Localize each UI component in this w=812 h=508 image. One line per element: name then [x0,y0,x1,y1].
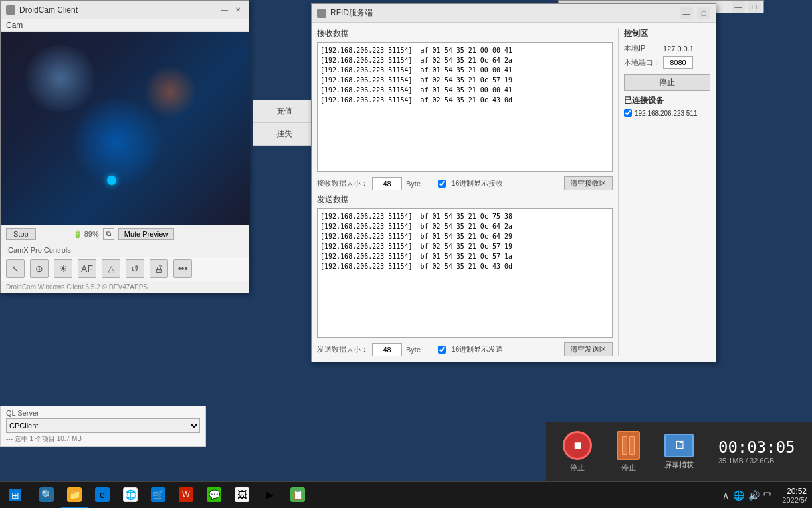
cam-icon-triangle[interactable]: △ [102,259,120,278]
receive-hex-checkbox[interactable] [438,180,446,188]
send-section: 发送数据 [192.168.206.223 51154] bf 01 54 35… [317,194,613,356]
droidcam-close-btn[interactable]: ✕ [233,5,243,15]
send-data-textarea[interactable]: [192.168.206.223 51154] bf 01 54 35 21 0… [317,208,613,338]
control-title: 控制区 [624,28,710,39]
local-port-input[interactable] [663,56,693,69]
cam-icon-rotate[interactable]: ↺ [126,259,144,278]
local-port-row: 本地端口： [624,56,710,69]
send-size-input[interactable] [372,343,402,356]
connected-device: 192.168.206.223 511 [624,109,710,117]
taskbar-app-explorer[interactable]: 📁 [61,482,88,509]
connected-label: 已连接设备 [624,95,710,106]
local-port-label: 本地端口： [624,58,660,68]
edge-icon: e [95,487,110,502]
quality-value: 89% [84,230,99,238]
cam-blur-decor-1 [21,45,100,112]
receive-size-input[interactable] [372,177,402,190]
rfid-left-panel: 接收数据 [192.168.206.223 51154] af 01 54 35… [317,28,613,356]
send-hex-checkbox[interactable] [438,346,446,354]
rfid-minimize-btn[interactable]: — [680,7,693,19]
cam-footer: DroidCam Windows Client 6.5.2 © DEV47APP… [1,281,249,293]
cam-quality: 🔋 89% [73,230,99,239]
taskbar-app-wechat[interactable]: 💬 [201,482,227,509]
media-icon: ▶ [262,487,277,502]
receive-size-unit: Byte [406,180,421,188]
tray-chevron-icon[interactable]: ∧ [722,490,729,501]
ql-server-title: QL Server [6,409,200,417]
screen-capture-label: 屏幕捕获 [664,460,694,470]
recharge-button[interactable]: 充值 [253,100,315,123]
explorer-icon: 📁 [67,487,82,502]
taskbar-clock[interactable]: 20:52 2022/5/ [777,487,812,504]
cam-icon-pointer[interactable]: ↖ [6,259,25,278]
tray-network-icon[interactable]: 🌐 [733,490,744,501]
tray-input-icon[interactable]: 中 [763,489,771,501]
taskbar-tray: ∧ 🌐 🔊 中 [717,489,777,501]
send-size-unit: Byte [406,346,421,354]
partial-maximize-btn[interactable]: □ [748,1,761,13]
taskbar-app-wps[interactable]: W [173,482,199,509]
taskbar-app-search[interactable]: 🔍 [33,482,60,509]
rfid-title: RFID服务端 [330,7,373,19]
cam-label: Cam [1,19,249,32]
cam-blur-decor-3 [144,65,197,118]
receive-data-textarea[interactable]: [192.168.206.223 51154] af 01 54 35 21 0… [317,42,613,172]
icamx-controls-label: ICamX Pro Controls [6,246,71,254]
taskbar-app-photos[interactable]: 🖼 [229,482,255,509]
droidcam-minimize-btn[interactable]: — [219,5,230,15]
cam-light-dot [107,176,116,185]
clock-time: 20:52 [782,487,807,496]
droidcam-title: DroidCam Client [19,5,78,15]
cam-preview [1,32,250,225]
cam-preview-inner [1,32,250,225]
receive-section-label: 接收数据 [317,28,613,39]
send-hex-label: 16进制显示发送 [451,344,503,354]
rfid-maximize-btn[interactable]: □ [697,7,710,19]
control-area: 控制区 本地IP 127.0.0.1 本地端口： 停止 已连接设备 192.16… [624,28,710,117]
timer-area: 00:03:05 35.1MB / 32.6GB [718,438,795,465]
cam-icon-print[interactable]: 🖨 [150,259,168,278]
partial-minimize-btn[interactable]: — [732,1,745,13]
droidcam-content: Cam Stop 🔋 89% ⧉ Mute Preview IC [1,19,249,293]
taskbar-apps: 🔍 📁 e 🌐 🛒 W 💬 🖼 ▶ [31,482,717,509]
stop-rec-label-2: 停止 [621,463,636,473]
device-checkbox[interactable] [624,109,632,117]
cam-footer-text: DroidCam Windows Client 6.5.2 © DEV47APP… [6,283,148,291]
droidcam-app-icon [6,5,15,15]
tray-volume-icon[interactable]: 🔊 [748,490,760,501]
taskbar-app-misc[interactable]: 📋 [284,482,311,509]
cam-icon-af[interactable]: AF [78,259,96,278]
clear-receive-button[interactable]: 清空接收区 [564,176,613,190]
cam-icon-zoom[interactable]: ⊕ [30,259,49,278]
clear-send-button[interactable]: 清空发送区 [564,342,613,356]
taskbar-app-edge[interactable]: e [89,482,116,509]
taskbar: ⊞ 🔍 📁 e 🌐 🛒 W 💬 [0,481,812,508]
cam-icon-brightness[interactable]: ☀ [54,259,72,278]
side-panel: 充值 挂失 [253,100,316,146]
mute-preview-button[interactable]: Mute Preview [118,228,175,240]
stop-rec-btn-1[interactable]: ■ 停止 [563,431,592,473]
stop-server-button[interactable]: 停止 [624,74,710,91]
report-lost-button[interactable]: 挂失 [253,123,315,146]
local-ip-row: 本地IP 127.0.0.1 [624,43,710,53]
screen-capture-btn[interactable]: 🖥 屏幕捕获 [664,434,694,470]
cpclient-select[interactable]: CPClient [6,418,200,433]
photos-icon: 🖼 [235,487,249,502]
misc-icon: 📋 [290,487,305,502]
rfid-content: 接收数据 [192.168.206.223 51154] af 01 54 35… [312,23,716,362]
stop-button[interactable]: Stop [6,228,36,240]
stop-rec-btn-2[interactable]: 停止 [617,431,640,473]
stop-rec-icon-1: ■ [563,431,592,460]
wps-icon: W [179,487,193,502]
taskbar-app-chrome[interactable]: 🌐 [117,482,144,509]
windows-logo-icon: ⊞ [9,489,21,501]
copy-button[interactable]: ⧉ [103,228,114,240]
cam-icon-more[interactable]: ••• [173,259,192,278]
droidcam-titlebar: DroidCam Client — ✕ [1,1,249,19]
receive-size-label: 接收数据大小： [317,178,368,188]
taskbar-app-media[interactable]: ▶ [256,482,283,509]
rfid-divider [618,28,619,356]
start-button[interactable]: ⊞ [0,482,31,509]
taskbar-app-store[interactable]: 🛒 [145,482,171,509]
recording-timer: 00:03:05 [718,438,795,457]
